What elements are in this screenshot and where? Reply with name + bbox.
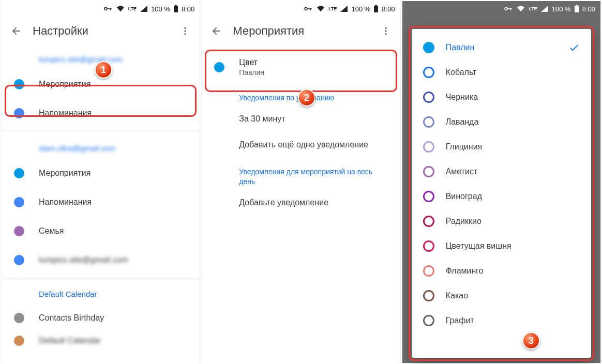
add-allday-notification[interactable]: Добавьте уведомление bbox=[202, 190, 400, 216]
settings-item-label: Семья bbox=[39, 226, 64, 236]
svg-point-6 bbox=[185, 30, 186, 32]
color-dot bbox=[214, 62, 224, 72]
status-bar: LTE 100 % 8:00 bbox=[2, 1, 200, 17]
color-option[interactable]: Павлин bbox=[412, 35, 591, 60]
color-dot bbox=[14, 108, 24, 118]
wifi-icon bbox=[116, 5, 125, 12]
app-header: Мероприятия bbox=[202, 17, 400, 46]
back-button[interactable] bbox=[206, 21, 227, 41]
color-option-label: Черника bbox=[446, 93, 580, 102]
color-swatch bbox=[423, 240, 434, 252]
color-option-label: Павлин bbox=[446, 43, 568, 52]
color-dot bbox=[14, 168, 24, 178]
color-dot bbox=[14, 313, 24, 323]
svg-point-16 bbox=[505, 8, 508, 10]
color-option[interactable]: Глициния bbox=[412, 134, 591, 159]
divider bbox=[2, 131, 200, 131]
battery-text: 100 % bbox=[552, 5, 571, 13]
settings-item-label: Напоминания bbox=[39, 109, 92, 118]
svg-rect-17 bbox=[507, 8, 512, 9]
battery-text: 100 % bbox=[351, 5, 370, 13]
color-option[interactable]: Графит bbox=[412, 308, 591, 333]
section-default-calendar: Default Calendar bbox=[2, 281, 200, 304]
color-swatch bbox=[423, 216, 434, 227]
color-option-label: Виноград bbox=[446, 192, 580, 201]
lte-icon: LTE bbox=[529, 7, 537, 11]
svg-rect-4 bbox=[175, 5, 177, 6]
svg-rect-2 bbox=[110, 8, 111, 10]
wifi-icon bbox=[516, 5, 525, 12]
color-dot bbox=[14, 336, 24, 346]
battery-icon bbox=[173, 5, 178, 13]
settings-item-contacts-birthday[interactable]: Contacts Birthday bbox=[2, 304, 200, 332]
color-option[interactable]: Радиккио bbox=[412, 209, 591, 234]
svg-rect-19 bbox=[575, 6, 579, 12]
clock-text: 8:00 bbox=[382, 5, 395, 13]
color-option[interactable]: Цветущая вишня bbox=[412, 234, 591, 259]
color-option-label: Радиккио bbox=[446, 217, 580, 226]
wifi-icon bbox=[316, 5, 325, 12]
notification-30min[interactable]: За 30 минут bbox=[202, 106, 400, 132]
status-bar: LTE 100 % 8:00 bbox=[402, 1, 600, 17]
color-option[interactable]: Аметист bbox=[412, 159, 591, 184]
color-option-label: Какао bbox=[446, 291, 580, 300]
color-option[interactable]: Фламинго bbox=[412, 259, 591, 283]
back-button[interactable] bbox=[6, 21, 26, 41]
color-swatch bbox=[423, 290, 434, 301]
app-header: Настройки bbox=[2, 17, 200, 46]
color-picker-dialog: ПавлинКобальтЧерникаЛавандаГлицинияАмети… bbox=[412, 29, 591, 358]
color-preference-row[interactable]: Цвет Павлин bbox=[202, 46, 400, 84]
overflow-menu-button[interactable] bbox=[175, 21, 195, 41]
color-option-label: Цветущая вишня bbox=[446, 241, 580, 251]
color-swatch bbox=[423, 67, 434, 78]
color-option[interactable]: Кобальт bbox=[412, 60, 591, 85]
lte-icon: LTE bbox=[128, 7, 137, 11]
add-notification[interactable]: Добавить ещё одно уведомление bbox=[202, 132, 400, 158]
color-option[interactable]: Виноград bbox=[412, 184, 591, 209]
svg-rect-1 bbox=[107, 8, 112, 9]
settings-item-reminders-2[interactable]: Напоминания bbox=[2, 188, 200, 217]
settings-list: lumpics.site@gmail.com Мероприятия Напом… bbox=[2, 46, 200, 363]
settings-item-label: lumpics.site@gmail.com bbox=[39, 255, 128, 265]
color-swatch bbox=[423, 166, 434, 177]
color-option-label: Глициния bbox=[446, 142, 580, 151]
settings-item-events-2[interactable]: Мероприятия bbox=[2, 159, 200, 188]
color-option-label: Аметист bbox=[446, 167, 580, 176]
overflow-menu-button[interactable] bbox=[375, 21, 396, 41]
settings-item-shared-cal[interactable]: lumpics.site@gmail.com bbox=[2, 246, 200, 275]
settings-item-label: Contacts Birthday bbox=[39, 313, 104, 323]
settings-item-family[interactable]: Семья bbox=[2, 217, 200, 246]
color-dot bbox=[14, 79, 24, 89]
svg-rect-9 bbox=[307, 8, 312, 9]
vpn-key-icon bbox=[304, 6, 313, 12]
divider bbox=[2, 278, 200, 278]
clock-text: 8:00 bbox=[582, 5, 595, 13]
svg-point-15 bbox=[385, 33, 386, 35]
signal-icon bbox=[540, 5, 549, 12]
color-option-label: Лаванда bbox=[446, 117, 580, 127]
color-option-label: Кобальт bbox=[446, 68, 580, 77]
color-option[interactable]: Черника bbox=[412, 85, 591, 110]
account-email-text: lumpics.site@gmail.com bbox=[39, 55, 123, 64]
settings-item-label: Мероприятия bbox=[39, 169, 91, 178]
color-swatch bbox=[423, 92, 434, 103]
color-dot bbox=[14, 255, 24, 265]
header-title: Мероприятия bbox=[227, 24, 375, 38]
color-swatch bbox=[423, 191, 434, 202]
screen-events: LTE 100 % 8:00 Мероприятия Цвет Павлин У… bbox=[201, 1, 400, 363]
signal-icon bbox=[340, 5, 348, 12]
account-email-text: slam.ultra@gmail.com bbox=[39, 144, 116, 153]
settings-item-reminders-1[interactable]: Напоминания bbox=[2, 99, 200, 128]
pref-subtitle: Павлин bbox=[239, 68, 264, 77]
settings-item-default-calendar[interactable]: Default Calendar bbox=[2, 332, 200, 349]
color-option[interactable]: Лаванда bbox=[412, 110, 591, 134]
account-email-2[interactable]: slam.ultra@gmail.com bbox=[2, 134, 200, 159]
lte-icon: LTE bbox=[328, 7, 337, 11]
color-option[interactable]: Какао bbox=[412, 283, 591, 308]
screen-color-picker: LTE 100 % 8:00 ПавлинКобальтЧерникаЛаван… bbox=[402, 1, 601, 363]
color-option-label: Фламинго bbox=[446, 266, 580, 276]
svg-rect-10 bbox=[310, 8, 311, 10]
screen-settings: LTE 100 % 8:00 Настройки lumpics.site@gm… bbox=[1, 1, 200, 363]
color-swatch bbox=[423, 141, 434, 153]
svg-rect-11 bbox=[374, 6, 378, 12]
